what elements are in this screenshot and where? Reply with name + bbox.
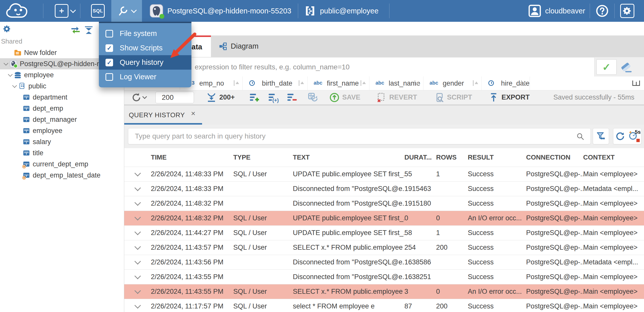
revert-button[interactable]: REVERT — [376, 92, 417, 103]
close-icon[interactable]: × — [191, 109, 195, 118]
cell-context: Main <employee> — [583, 288, 644, 296]
query-history-row[interactable]: 2/26/2024, 11:44:27 PM SQL / User UPDATE… — [124, 225, 644, 240]
save-button[interactable]: SAVE — [329, 92, 361, 103]
delete-row-button[interactable] — [287, 92, 298, 103]
new-connection-button[interactable] — [55, 4, 75, 18]
query-history-row[interactable]: 2/26/2024, 11:43:57 PM SQL / User SELECT… — [124, 240, 644, 255]
duplicate-row-button[interactable]: (+) — [268, 92, 279, 103]
sidebar-settings-gear-icon[interactable] — [3, 25, 11, 33]
query-history-row[interactable]: 2/26/2024, 11:43:55 PM Disconnected from… — [124, 269, 644, 284]
export-button[interactable]: EXPORT — [488, 92, 530, 103]
grid-column-header[interactable]: last_name — [369, 76, 423, 90]
add-row-button[interactable] — [249, 92, 260, 103]
sort-icon[interactable] — [298, 80, 304, 87]
expand-row-chevron-icon[interactable] — [134, 258, 141, 264]
checkbox-icon[interactable] — [105, 44, 113, 52]
cell-context: Main <employee> — [583, 244, 644, 251]
menu-item[interactable]: Query history — [99, 55, 191, 70]
expand-row-chevron-icon[interactable] — [134, 170, 141, 176]
grid-column-header[interactable]: birth_date — [243, 76, 308, 90]
tab-diagram[interactable]: Diagram — [213, 35, 264, 57]
user-menu-button[interactable]: cloudbeaver — [524, 5, 590, 17]
tools-menu-button[interactable] — [111, 0, 142, 22]
refresh-grid-button[interactable] — [307, 92, 318, 103]
expand-row-chevron-icon[interactable] — [134, 199, 141, 206]
sort-icon[interactable] — [360, 80, 366, 87]
tree-item[interactable]: dept_emp — [0, 103, 124, 114]
shared-section-label: Shared — [1, 37, 22, 45]
checkbox-icon[interactable] — [105, 30, 113, 37]
tree-item[interactable]: dept_emp_latest_date — [0, 170, 124, 181]
query-history-search-input[interactable] — [128, 128, 591, 144]
tree-expand-chevron-icon[interactable] — [11, 85, 19, 88]
tree-item[interactable]: department — [0, 92, 124, 103]
query-history-row[interactable]: 2/26/2024, 11:43:55 PM SQL / User SELECT… — [124, 284, 644, 299]
cloudbeaver-logo-icon[interactable] — [4, 2, 32, 20]
refresh-button[interactable] — [131, 92, 146, 103]
gear-icon — [620, 4, 634, 18]
column-type-icon — [430, 80, 440, 87]
cloudbeaver-app: SQL PostgreSQL@ep-hidden-moon-55203 — [0, 0, 644, 312]
apply-filter-button[interactable]: ✓ — [596, 59, 617, 75]
tree-item[interactable]: salary — [0, 136, 124, 147]
tree-item[interactable]: employee — [0, 125, 124, 136]
tree-item[interactable]: title — [0, 147, 124, 159]
menu-item[interactable]: Log Viewer — [99, 70, 191, 84]
menu-item[interactable]: File system — [99, 26, 191, 41]
tree-item[interactable]: current_dept_emp — [0, 159, 124, 170]
tree-item-icon — [23, 127, 30, 134]
collapse-all-icon[interactable] — [84, 26, 94, 34]
tree-expand-chevron-icon[interactable] — [6, 73, 14, 77]
tab-query-history[interactable]: QUERY HISTORY × — [124, 106, 202, 125]
history-column-label: TEXT — [293, 153, 310, 161]
history-refresh-icon[interactable] — [615, 131, 625, 142]
expand-row-chevron-icon[interactable] — [134, 229, 141, 235]
divider — [389, 4, 389, 18]
column-label: first_name — [327, 80, 359, 87]
tree-expand-chevron-icon[interactable] — [2, 62, 10, 66]
menu-item-label: Show Scripts — [120, 44, 163, 52]
expand-row-chevron-icon[interactable] — [134, 302, 141, 308]
query-history-row[interactable]: 2/26/2024, 11:48:32 PM SQL / User UPDATE… — [124, 211, 644, 225]
cell-connection: PostgreSQL@ep-... — [526, 244, 583, 251]
filter-expression-input[interactable] — [124, 57, 595, 77]
eraser-icon[interactable] — [620, 60, 634, 74]
expand-row-chevron-icon[interactable] — [134, 214, 141, 220]
history-filter-button[interactable] — [593, 128, 609, 144]
cell-time: 2/26/2024, 11:43:56 PM — [151, 258, 233, 266]
connection-selector[interactable]: PostgreSQL@ep-hidden-moon-55203 — [147, 4, 294, 18]
schema-selector[interactable]: public@employee — [298, 5, 385, 17]
checkbox-icon[interactable] — [105, 73, 113, 81]
fetch-more-button[interactable]: 200+ — [206, 92, 235, 103]
tree-item-label: dept_manager — [33, 116, 77, 124]
settings-button[interactable] — [615, 4, 640, 18]
history-refresh-group: 5s — [613, 128, 641, 144]
expand-row-chevron-icon[interactable] — [134, 273, 141, 279]
sort-icon[interactable] — [233, 80, 239, 87]
expand-row-chevron-icon[interactable] — [134, 185, 141, 191]
sync-connection-icon[interactable] — [70, 26, 81, 34]
query-history-row[interactable]: 2/26/2024, 11:43:56 PM Disconnected from… — [124, 255, 644, 269]
help-button[interactable] — [590, 4, 614, 17]
fetch-size-input[interactable] — [155, 92, 194, 103]
menu-item[interactable]: Show Scripts — [99, 41, 191, 55]
query-history-row[interactable]: 2/26/2024, 11:48:32 PM Disconnected from… — [124, 196, 644, 211]
query-history-row[interactable]: 2/26/2024, 11:48:33 PM Disconnected from… — [124, 181, 644, 196]
sql-editor-button[interactable]: SQL — [91, 4, 105, 18]
query-history-row[interactable]: 2/26/2024, 11:48:33 PM SQL / User UPDATE… — [124, 167, 644, 181]
grid-column-header[interactable]: gender — [423, 76, 482, 90]
grid-column-header[interactable]: first_name — [308, 76, 369, 90]
expand-row-chevron-icon[interactable] — [134, 243, 141, 250]
query-history-row[interactable]: 2/26/2024, 11:17:57 PM SQL / User select… — [124, 299, 644, 312]
sort-icon[interactable] — [414, 80, 420, 87]
sort-icon[interactable] — [472, 80, 478, 87]
checkbox-icon[interactable] — [105, 59, 113, 66]
grid-panel-icon[interactable] — [632, 81, 640, 86]
tree-item-icon — [23, 161, 30, 168]
tree-item[interactable]: dept_manager — [0, 114, 124, 125]
script-button[interactable]: SCRIPT — [434, 92, 472, 103]
auto-refresh-timer-icon[interactable]: 5s — [629, 130, 640, 143]
sort-icon[interactable] — [521, 80, 527, 87]
expand-row-chevron-icon[interactable] — [134, 287, 141, 294]
grid-column-header[interactable]: hire_date — [482, 76, 530, 90]
